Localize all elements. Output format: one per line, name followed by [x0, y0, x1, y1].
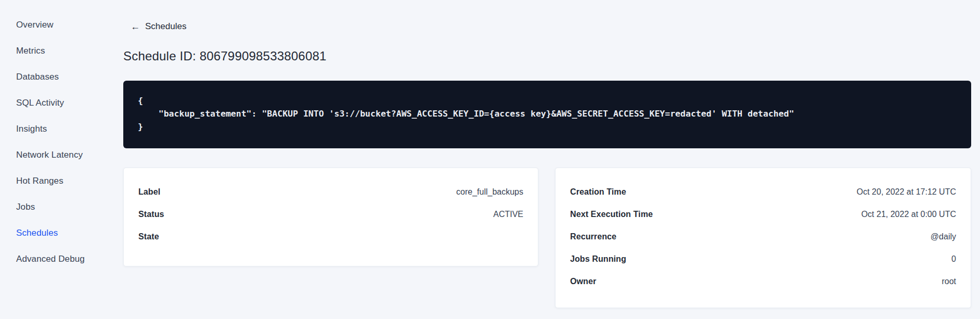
row-label: Label: [138, 187, 160, 197]
sidebar-item-jobs[interactable]: Jobs: [16, 194, 123, 220]
row-value: ACTIVE: [493, 210, 523, 219]
detail-row-jobs-running: Jobs Running 0: [570, 248, 956, 270]
sidebar-item-overview[interactable]: Overview: [16, 12, 123, 38]
row-value: Oct 20, 2022 at 17:12 UTC: [857, 187, 956, 197]
sidebar-item-hot-ranges[interactable]: Hot Ranges: [16, 168, 123, 194]
row-label: Recurrence: [570, 232, 616, 241]
schedule-timing-card: Creation Time Oct 20, 2022 at 17:12 UTC …: [555, 168, 971, 308]
row-label: Owner: [570, 277, 596, 286]
schedule-detail-page: Overview Metrics Databases SQL Activity …: [0, 0, 980, 319]
row-label: Status: [138, 210, 164, 219]
schedule-statement-code-block: { "backup_statement": "BACKUP INTO 's3:/…: [123, 81, 971, 148]
page-title: Schedule ID: 806799098533806081: [123, 49, 971, 63]
row-label: State: [138, 232, 159, 241]
detail-row-recurrence: Recurrence @daily: [570, 225, 956, 248]
sidebar-item-network-latency[interactable]: Network Latency: [16, 142, 123, 168]
sidebar-item-schedules[interactable]: Schedules: [16, 220, 123, 246]
row-value: @daily: [931, 232, 956, 241]
sidebar-item-advanced-debug[interactable]: Advanced Debug: [16, 246, 123, 272]
row-label: Creation Time: [570, 187, 626, 197]
sidebar-item-sql-activity[interactable]: SQL Activity: [16, 90, 123, 116]
detail-row-state: State: [138, 225, 523, 248]
detail-row-label: Label core_full_backups: [138, 181, 523, 203]
row-label: Jobs Running: [570, 254, 626, 264]
row-value: root: [942, 277, 956, 286]
code-line: {: [138, 94, 957, 107]
row-label: Next Execution Time: [570, 210, 653, 219]
back-to-schedules-link[interactable]: ← Schedules: [131, 21, 186, 32]
code-line: "backup_statement": "BACKUP INTO 's3://b…: [138, 107, 957, 120]
back-link-label: Schedules: [145, 21, 186, 32]
sidebar-item-databases[interactable]: Databases: [16, 64, 123, 90]
back-arrow-icon: ←: [131, 22, 140, 31]
detail-row-status: Status ACTIVE: [138, 203, 523, 225]
detail-row-next-execution-time: Next Execution Time Oct 21, 2022 at 0:00…: [570, 203, 956, 225]
detail-row-owner: Owner root: [570, 270, 956, 292]
main-content: ← Schedules Schedule ID: 806799098533806…: [123, 0, 980, 319]
detail-row-creation-time: Creation Time Oct 20, 2022 at 17:12 UTC: [570, 181, 956, 203]
code-line: }: [138, 120, 957, 133]
row-value: core_full_backups: [456, 187, 523, 197]
row-value: Oct 21, 2022 at 0:00 UTC: [861, 210, 956, 219]
schedule-details-card: Label core_full_backups Status ACTIVE St…: [123, 168, 538, 266]
cards-row: Label core_full_backups Status ACTIVE St…: [123, 168, 971, 308]
sidebar-item-insights[interactable]: Insights: [16, 116, 123, 142]
row-value: 0: [951, 254, 956, 264]
sidebar-item-metrics[interactable]: Metrics: [16, 38, 123, 64]
sidebar-nav: Overview Metrics Databases SQL Activity …: [0, 0, 123, 319]
